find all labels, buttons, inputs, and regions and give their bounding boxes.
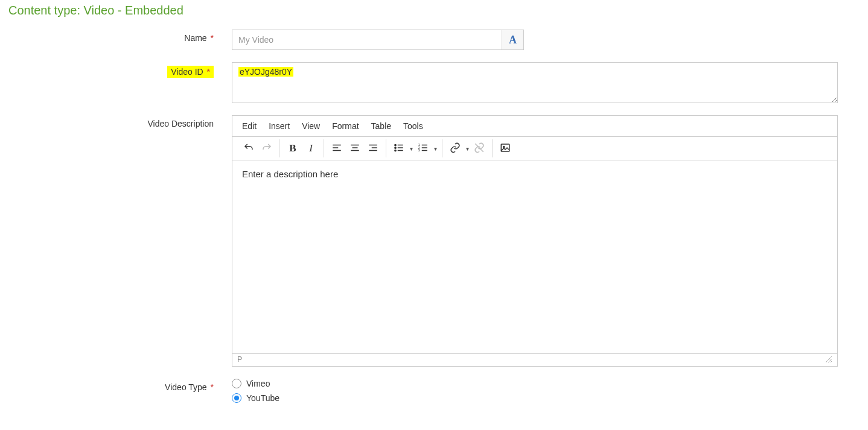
align-right-button[interactable]: [364, 139, 382, 157]
svg-point-11: [395, 150, 396, 151]
menu-insert[interactable]: Insert: [263, 118, 296, 134]
required-asterisk: *: [208, 382, 214, 392]
bold-icon: B: [289, 142, 296, 154]
menu-edit[interactable]: Edit: [236, 118, 263, 134]
align-left-button[interactable]: [328, 139, 346, 157]
required-asterisk: *: [208, 33, 214, 43]
align-center-button[interactable]: [346, 139, 364, 157]
video-id-value: eYJOJg48r0Y: [238, 67, 293, 77]
page-title: Content type: Video - Embedded: [8, 4, 860, 17]
row-video-description: Video Description Edit Insert View Forma…: [8, 115, 860, 367]
menu-format[interactable]: Format: [326, 118, 365, 134]
svg-text:3: 3: [418, 148, 420, 152]
chevron-down-icon: ▾: [434, 145, 437, 152]
row-video-id: Video ID * eYJOJg48r0Y: [8, 62, 860, 103]
bullet-list-button[interactable]: [390, 139, 408, 157]
editor-path[interactable]: P: [237, 355, 242, 364]
unlink-button[interactable]: [470, 139, 488, 157]
editor-menubar: Edit Insert View Format Table Tools: [232, 116, 837, 137]
radio-vimeo[interactable]: [232, 379, 241, 388]
label-video-description: Video Description: [8, 115, 232, 128]
bullet-list-dropdown[interactable]: ▾: [408, 139, 414, 157]
link-button[interactable]: [446, 139, 464, 157]
svg-point-23: [503, 146, 505, 147]
align-center-icon: [349, 142, 360, 155]
italic-icon: I: [309, 142, 313, 154]
link-dropdown[interactable]: ▾: [464, 139, 470, 157]
resize-icon: [825, 356, 832, 365]
number-list-dropdown[interactable]: ▾: [432, 139, 438, 157]
editor-resize-handle[interactable]: [825, 356, 832, 363]
italic-button[interactable]: I: [302, 139, 320, 157]
label-video-id: Video ID *: [8, 62, 232, 78]
label-video-type: Video Type *: [8, 379, 232, 392]
redo-icon: [261, 142, 272, 155]
menu-table[interactable]: Table: [365, 118, 397, 134]
radio-vimeo-label: Vimeo: [246, 379, 270, 388]
editor-toolbar: B I: [232, 137, 837, 160]
required-asterisk: *: [205, 67, 210, 77]
video-type-radio-group: Vimeo YouTube: [232, 379, 860, 403]
unlink-icon: [474, 142, 485, 155]
editor-text: Enter a description here: [242, 169, 338, 179]
menu-tools[interactable]: Tools: [397, 118, 429, 134]
undo-icon: [243, 142, 254, 155]
chevron-down-icon: ▾: [410, 145, 413, 152]
image-icon: [500, 142, 511, 155]
font-picker-button[interactable]: A: [502, 30, 524, 50]
name-input[interactable]: [232, 30, 502, 50]
svg-point-9: [395, 144, 396, 145]
align-right-icon: [368, 142, 378, 155]
redo-button[interactable]: [258, 139, 276, 157]
font-icon: A: [509, 34, 517, 46]
bullet-list-icon: [394, 142, 404, 155]
image-button[interactable]: [496, 139, 514, 157]
link-icon: [450, 142, 461, 155]
row-video-type: Video Type * Vimeo YouTube: [8, 379, 860, 403]
editor-content-area[interactable]: Enter a description here: [232, 160, 837, 353]
align-left-icon: [331, 142, 342, 155]
label-name: Name *: [8, 30, 232, 43]
radio-youtube[interactable]: [232, 393, 241, 403]
svg-point-10: [395, 147, 396, 148]
editor-statusbar: P: [232, 353, 837, 366]
bold-button[interactable]: B: [284, 139, 302, 157]
video-id-textarea[interactable]: eYJOJg48r0Y: [232, 62, 838, 103]
menu-view[interactable]: View: [296, 118, 326, 134]
row-name: Name * A: [8, 30, 860, 50]
number-list-icon: 123: [418, 142, 429, 155]
number-list-button[interactable]: 123: [414, 139, 432, 157]
radio-youtube-label: YouTube: [246, 393, 279, 403]
undo-button[interactable]: [240, 139, 258, 157]
chevron-down-icon: ▾: [466, 145, 469, 152]
rich-text-editor: Edit Insert View Format Table Tools: [232, 115, 838, 367]
